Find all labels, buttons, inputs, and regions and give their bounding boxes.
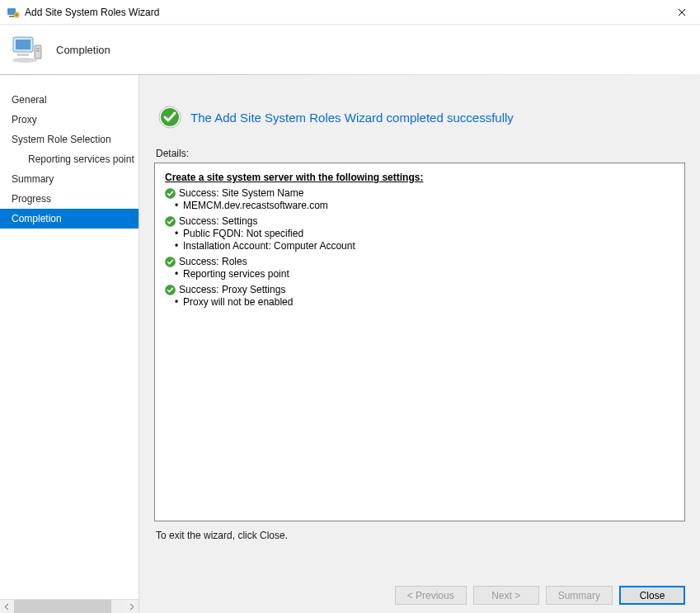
success-label: Success: Proxy Settings — [179, 284, 285, 296]
svg-rect-7 — [36, 50, 40, 52]
window-close-button[interactable] — [663, 0, 700, 25]
headline-row: The Add Site System Roles Wizard complet… — [154, 90, 685, 148]
success-check-icon — [157, 105, 182, 130]
sidebar-item-completion[interactable]: Completion — [0, 209, 139, 229]
detail-bullet: Public FQDN: Not specified — [165, 228, 674, 240]
sidebar-item-system-role-selection[interactable]: System Role Selection — [0, 130, 139, 149]
svg-rect-5 — [35, 45, 41, 59]
app-icon — [7, 6, 20, 19]
sidebar-item-reporting-services-point[interactable]: Reporting services point — [0, 149, 139, 169]
success-check-icon — [165, 257, 176, 267]
main-pane: The Add Site System Roles Wizard complet… — [139, 75, 700, 613]
success-label: Success: Roles — [179, 256, 247, 268]
success-label: Success: Settings — [179, 215, 257, 228]
svg-point-9 — [12, 58, 37, 63]
svg-rect-1 — [9, 16, 14, 17]
next-button[interactable]: Next > — [473, 586, 539, 605]
wizard-computer-icon — [10, 32, 45, 67]
window-title: Add Site System Roles Wizard — [25, 7, 663, 18]
titlebar: Add Site System Roles Wizard — [0, 0, 700, 25]
details-heading: Create a site system server with the fol… — [165, 172, 674, 184]
success-check-icon — [165, 216, 176, 227]
summary-button[interactable]: Summary — [546, 586, 613, 605]
scrollbar-track[interactable] — [14, 600, 124, 613]
exit-hint: To exit the wizard, click Close. — [156, 530, 685, 541]
success-label: Success: Site System Name — [179, 187, 303, 200]
detail-bullet: MEMCM.dev.recastsoftware.com — [165, 200, 674, 212]
sidebar: GeneralProxySystem Role SelectionReporti… — [0, 75, 139, 613]
sidebar-item-summary[interactable]: Summary — [0, 169, 139, 189]
sidebar-item-proxy[interactable]: Proxy — [0, 110, 139, 130]
scroll-left-arrow-icon[interactable] — [0, 600, 14, 613]
scroll-right-arrow-icon[interactable] — [124, 600, 139, 613]
svg-rect-8 — [17, 54, 29, 56]
success-line: Success: Site System Name — [165, 187, 674, 200]
detail-bullet: Installation Account: Computer Account — [165, 240, 674, 252]
headline-text: The Add Site System Roles Wizard complet… — [190, 111, 514, 125]
detail-bullet: Reporting services point — [165, 268, 674, 281]
svg-rect-6 — [36, 48, 40, 50]
details-box: Create a site system server with the fol… — [154, 163, 685, 521]
success-check-icon — [165, 285, 176, 295]
success-line: Success: Settings — [165, 215, 674, 228]
header-band: Completion — [0, 25, 700, 74]
success-check-icon — [165, 188, 176, 199]
footer-buttons: < Previous Next > Summary Close — [154, 541, 685, 605]
success-line: Success: Proxy Settings — [165, 284, 674, 296]
sidebar-item-progress[interactable]: Progress — [0, 189, 139, 209]
details-label: Details: — [156, 148, 685, 159]
sidebar-horizontal-scrollbar[interactable] — [0, 599, 139, 613]
sidebar-item-general[interactable]: General — [0, 90, 139, 110]
success-line: Success: Roles — [165, 256, 674, 268]
scrollbar-thumb[interactable] — [14, 600, 111, 613]
detail-bullet: Proxy will not be enabled — [165, 296, 674, 309]
previous-button[interactable]: < Previous — [395, 586, 467, 605]
page-title: Completion — [56, 44, 110, 56]
svg-rect-4 — [16, 40, 31, 50]
close-button[interactable]: Close — [619, 586, 685, 605]
